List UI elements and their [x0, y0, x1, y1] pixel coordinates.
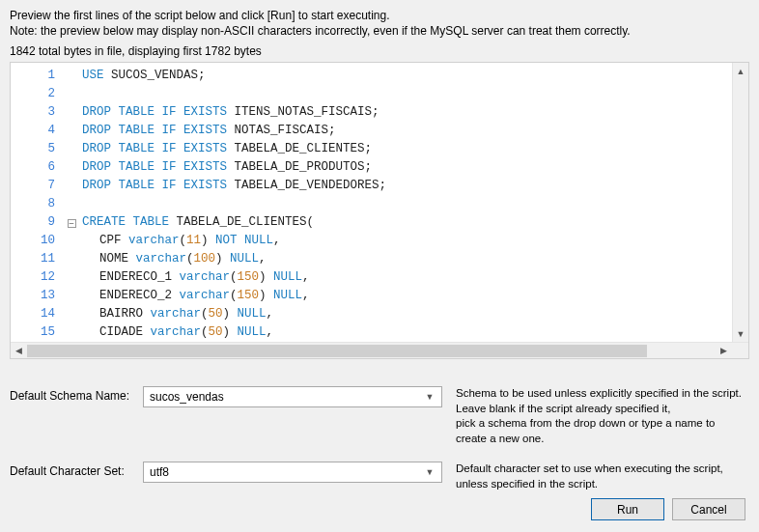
line-number: 4: [11, 122, 55, 140]
script-editor[interactable]: 12345678910111213141516 − USE SUCOS_VEND…: [10, 62, 749, 359]
hscroll-track[interactable]: [27, 343, 716, 358]
line-number: 6: [11, 158, 55, 177]
code-line[interactable]: DROP TABLE IF EXISTS ITENS_NOTAS_FISCAIS…: [82, 103, 732, 122]
scroll-down-arrow-icon[interactable]: ▼: [733, 325, 748, 342]
schema-combobox[interactable]: sucos_vendas ▼: [143, 386, 442, 407]
preview-line1: Preview the first lines of the script be…: [10, 8, 749, 23]
line-number: 2: [11, 85, 55, 103]
code-line[interactable]: CPF varchar(11) NOT NULL,: [82, 232, 732, 250]
horizontal-scrollbar[interactable]: ◀ ▶: [11, 342, 748, 358]
code-line[interactable]: DROP TABLE IF EXISTS NOTAS_FISCAIS;: [82, 122, 732, 140]
code-line[interactable]: ENDERECO_2 varchar(150) NULL,: [82, 287, 732, 305]
line-number-gutter: 12345678910111213141516: [11, 63, 65, 342]
line-number: 10: [11, 232, 55, 250]
hscroll-thumb[interactable]: [27, 345, 647, 357]
vertical-scrollbar[interactable]: ▲ ▼: [732, 63, 748, 342]
charset-help-text: Default character set to use when execut…: [442, 462, 749, 491]
bytes-info: 1842 total bytes in file, displaying fir…: [10, 44, 749, 58]
code-line[interactable]: ENDERECO_1 varchar(150) NULL,: [82, 268, 732, 287]
line-number: 12: [11, 268, 55, 287]
chevron-down-icon[interactable]: ▼: [422, 392, 437, 402]
preview-line2: Note: the preview below may display non-…: [10, 23, 749, 39]
code-line[interactable]: DROP TABLE IF EXISTS TABELA_DE_CLIENTES;: [82, 140, 732, 158]
scroll-left-arrow-icon[interactable]: ◀: [11, 343, 27, 358]
scroll-up-arrow-icon[interactable]: ▲: [733, 63, 748, 79]
line-number: 7: [11, 177, 55, 195]
charset-value: utf8: [150, 465, 422, 479]
charset-combobox[interactable]: utf8 ▼: [143, 462, 442, 483]
chevron-down-icon[interactable]: ▼: [422, 467, 437, 477]
schema-value: sucos_vendas: [150, 390, 422, 404]
line-number: 14: [11, 305, 55, 323]
line-number: 8: [11, 195, 55, 213]
code-line[interactable]: CREATE TABLE TABELA_DE_CLIENTES(: [82, 213, 732, 232]
dialog-buttons: Run Cancel: [591, 498, 745, 520]
line-number: 3: [11, 103, 55, 122]
line-number: 13: [11, 287, 55, 305]
code-line[interactable]: CIDADE varchar(50) NULL,: [82, 323, 732, 342]
code-line[interactable]: [82, 195, 732, 213]
line-number: 5: [11, 140, 55, 158]
code-line[interactable]: BAIRRO varchar(50) NULL,: [82, 305, 732, 323]
code-area[interactable]: USE SUCOS_VENDAS;DROP TABLE IF EXISTS IT…: [78, 63, 732, 342]
options-form: Default Schema Name: sucos_vendas ▼ Sche…: [10, 386, 749, 491]
preview-instructions: Preview the first lines of the script be…: [10, 8, 749, 39]
code-line[interactable]: USE SUCOS_VENDAS;: [82, 67, 732, 85]
schema-label: Default Schema Name:: [10, 386, 143, 403]
line-number: 9: [11, 213, 55, 232]
cancel-button[interactable]: Cancel: [672, 498, 745, 520]
fold-column[interactable]: −: [65, 63, 78, 342]
code-line[interactable]: [82, 85, 732, 103]
charset-label: Default Character Set:: [10, 462, 143, 478]
schema-help-text: Schema to be used unless explicitly spec…: [442, 386, 749, 446]
code-line[interactable]: DROP TABLE IF EXISTS TABELA_DE_VENDEDORE…: [82, 177, 732, 195]
code-line[interactable]: DROP TABLE IF EXISTS TABELA_DE_PRODUTOS;: [82, 158, 732, 177]
line-number: 11: [11, 250, 55, 268]
line-number: 15: [11, 323, 55, 342]
fold-toggle-icon[interactable]: −: [68, 219, 76, 228]
scroll-corner: [732, 343, 748, 358]
line-number: 1: [11, 67, 55, 85]
code-line[interactable]: NOME varchar(100) NULL,: [82, 250, 732, 268]
scroll-right-arrow-icon[interactable]: ▶: [716, 343, 732, 358]
run-button[interactable]: Run: [591, 498, 664, 520]
